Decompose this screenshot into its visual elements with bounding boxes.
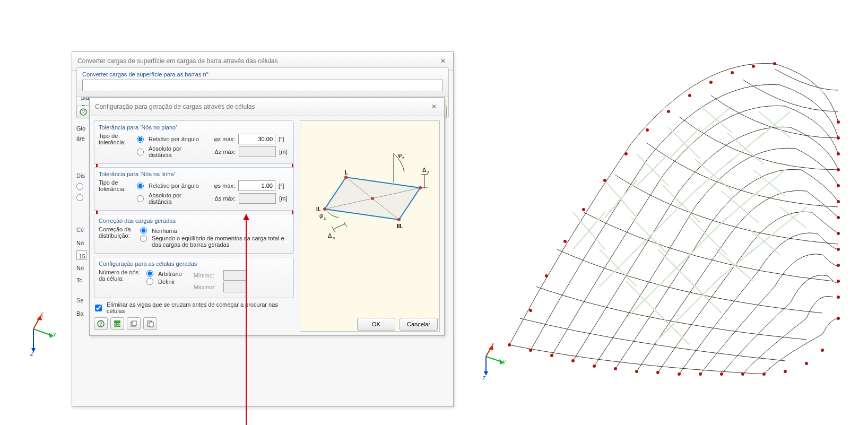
svg-point-60 [762,372,766,376]
close-icon[interactable]: ✕ [438,56,448,66]
tolerance-diagram: φz Δz φs Δs I. II. III. [300,120,440,332]
svg-point-67 [837,168,840,171]
svg-point-80 [709,81,713,84]
svg-point-138 [344,176,348,179]
dialog-convert-title: Converter cargas de superfície em cargas… [77,57,278,65]
label-phi-s: φs máx: [206,183,235,189]
radio-plane-relative[interactable] [137,136,144,143]
svg-line-92 [486,357,502,362]
layer-icon[interactable] [127,317,141,330]
cancel-button-config[interactable]: Cancelar [400,318,438,331]
svg-point-85 [603,179,606,182]
svg-point-89 [529,309,532,312]
check-eliminate-crossing[interactable] [95,305,102,311]
radio-line-absolute[interactable] [137,195,144,202]
svg-line-150 [333,224,345,229]
svg-point-54 [635,370,638,373]
svg-point-136 [397,218,401,221]
radio-clipped-1[interactable] [76,183,83,190]
svg-point-86 [582,208,585,211]
svg-text:?: ? [99,321,102,327]
calc-green-icon[interactable]: 0,00 [110,317,124,330]
svg-point-57 [699,372,702,376]
input-phi-s[interactable] [238,180,275,191]
close-icon[interactable]: ✕ [429,102,439,111]
svg-text:Δ: Δ [328,232,332,239]
svg-text:z: z [402,155,404,160]
radio-plane-absolute[interactable] [137,149,144,155]
svg-point-64 [837,120,840,124]
input-cells-max [223,282,247,292]
svg-text:0,00: 0,00 [114,323,121,326]
svg-point-83 [646,128,649,132]
radio-line-relative[interactable] [137,183,144,189]
svg-text:I.: I. [345,170,348,176]
svg-point-49 [529,349,532,352]
input-phi-z[interactable] [238,134,275,144]
arrow-annotation [246,215,247,425]
svg-point-70 [837,216,840,219]
svg-text:s: s [333,236,335,240]
svg-text:Δ: Δ [422,167,427,173]
svg-text:II.: II. [316,206,321,212]
svg-text:s: s [324,216,326,221]
ok-button-config[interactable]: OK [357,318,395,331]
svg-point-88 [545,274,548,277]
structural-model-view [467,21,860,403]
group-title-tol-line: Tolerância para 'Nós na linha' [99,170,289,179]
svg-point-50 [550,354,553,357]
svg-point-84 [624,152,628,155]
svg-point-81 [688,94,691,97]
group-title-tol-plane: Tolerância para 'Nós no plano' [99,123,289,133]
input-cells-min [223,270,247,281]
svg-point-82 [667,110,670,113]
radio-corr-equil[interactable] [140,235,147,242]
svg-point-79 [731,71,734,74]
label-min: Mínimo: [194,272,220,279]
label-max: Máximo: [194,284,220,290]
svg-point-69 [837,200,840,203]
label-tol-type-plane: Tipo de tolerância: [99,133,137,159]
svg-point-78 [752,65,755,68]
radio-cells-define[interactable] [146,278,153,285]
dialog-cell-titlebar[interactable]: Configuração para geração de cargas atra… [90,98,444,116]
svg-point-51 [571,359,575,362]
label-eliminate-crossing: Eliminar as vigas que se cruzam antes de… [107,301,294,314]
help-icon[interactable]: ? [76,106,90,118]
svg-point-75 [837,296,840,299]
svg-text:φ: φ [398,152,402,158]
svg-point-59 [741,372,744,376]
dialog-cell-title: Configuração para geração de cargas atra… [95,103,255,110]
group-title-correction: Correção das cargas geradas [99,216,289,226]
svg-point-62 [805,362,808,365]
clipped-input-15[interactable]: 15 [76,250,87,260]
svg-point-56 [678,372,681,376]
svg-text:?: ? [82,109,85,115]
svg-point-65 [837,136,840,140]
svg-point-73 [837,264,840,267]
dialog-cell-config: Configuração para geração de cargas atra… [89,97,445,336]
label-delta-z: Δz máx: [209,149,236,155]
svg-rect-131 [149,322,153,327]
label-delta-s: Δs máx: [209,195,236,202]
radio-cells-arbitrary[interactable] [146,270,153,277]
label-tol-type-line: Tipo de tolerância: [99,179,137,206]
svg-point-74 [837,280,840,283]
model-axes: x y z [479,344,505,381]
svg-point-77 [773,62,776,65]
radio-corr-none[interactable] [140,227,147,234]
input-member-numbers[interactable] [82,80,443,91]
label-cell-nodes: Número de nós da célula: [99,269,146,293]
label-convert-members: Converter cargas de superfície para as b… [82,71,209,77]
dup-icon[interactable] [143,317,157,330]
svg-point-68 [837,184,840,187]
svg-point-48 [508,343,511,346]
svg-text:z: z [427,170,429,175]
radio-clipped-2[interactable] [76,194,83,201]
svg-line-2 [33,329,51,335]
help-icon[interactable]: ? [94,317,108,330]
svg-point-139 [371,197,374,200]
label-phi-z: φz máx: [206,136,235,142]
svg-point-55 [656,371,659,374]
svg-rect-129 [132,321,136,325]
